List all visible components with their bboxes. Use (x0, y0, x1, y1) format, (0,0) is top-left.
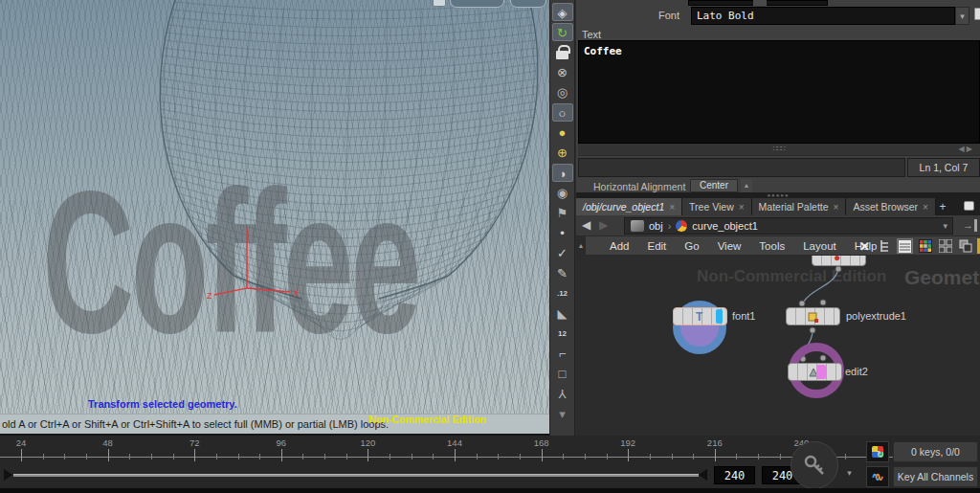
profile-icon[interactable]: ⌐ (552, 345, 573, 363)
menu-edit[interactable]: Edit (642, 240, 671, 252)
point-select-icon[interactable]: ✓ (552, 244, 573, 262)
cursor-position-status: Ln 1, Col 7 (907, 158, 980, 177)
tree-hierarchy-icon[interactable] (877, 238, 893, 254)
minor-tick (43, 454, 44, 459)
key-all-channels-button[interactable]: Key All Channels (893, 466, 978, 487)
text-input-area[interactable]: Coffee (578, 40, 980, 144)
font-chooser-icon[interactable] (974, 8, 980, 20)
back-arrow-icon[interactable]: ◀ (582, 218, 590, 232)
keys-status-button[interactable]: 0 keys, 0/0 channels (893, 441, 978, 462)
close-tab-icon[interactable]: × (669, 202, 675, 213)
scene-viewport[interactable]: Coffee Z X Transform selected geometry. … (0, 0, 549, 436)
prim-numbers-icon[interactable]: 12 (552, 325, 573, 343)
forward-arrow-icon[interactable]: ▶ (599, 218, 608, 232)
node-edit2-label: edit2 (845, 366, 868, 377)
font-input[interactable]: Lato Bold (691, 7, 955, 25)
list-view-icon[interactable] (897, 238, 913, 254)
font-dropdown-button[interactable]: ▾ (955, 7, 969, 25)
grid-view-icon[interactable] (937, 238, 953, 254)
range-end-handle[interactable] (699, 469, 707, 481)
add-tab-button[interactable]: + (936, 198, 949, 215)
menu-tools[interactable]: Tools (754, 240, 790, 252)
group-box-icon[interactable]: □ (552, 365, 573, 383)
viewport-status-message: Transform selected geometry. (88, 398, 237, 410)
headlight-off-icon[interactable]: ⊗ (552, 63, 573, 81)
font1-display-flag[interactable] (716, 309, 723, 324)
transform-handle[interactable]: Z X (0, 0, 549, 436)
key-options-dropdown-icon[interactable]: ▾ (842, 465, 857, 481)
timeline-ruler[interactable]: 24487296120144168192216240 (0, 436, 919, 462)
minor-tick (607, 454, 608, 459)
network-editor[interactable]: Non-Commercial Edition Geometry ● T (576, 256, 980, 436)
set-key-button[interactable] (791, 441, 838, 489)
auto-key-button[interactable]: ↻ (866, 441, 889, 462)
points-icon[interactable]: • (552, 224, 573, 242)
tab-obj-curve-object1[interactable]: /obj/curve_object1 × (576, 198, 682, 215)
refresh-view-icon[interactable]: ↻ (552, 23, 573, 41)
flag-show-icon[interactable]: ⚑ (552, 204, 573, 222)
viewport-top-button-2[interactable] (510, 0, 546, 8)
network-menu-bar: ▲ Add Edit Go View Tools Layout Help ✕ (576, 236, 980, 256)
major-tick (542, 449, 543, 461)
normals-icon[interactable]: Y (552, 385, 573, 403)
expand-panel-icon[interactable]: ▲ (576, 236, 586, 256)
textarea-nav-arrows-icon[interactable]: ◀ ▶ (958, 145, 972, 153)
node-polyextrude1[interactable] (786, 307, 840, 325)
path-node-name[interactable]: curve_object1 (692, 220, 758, 232)
menu-layout[interactable]: Layout (798, 240, 841, 252)
menu-view[interactable]: View (713, 240, 746, 252)
frame-tick-label: 144 (447, 437, 462, 448)
point-numbers-icon[interactable]: .12 (552, 284, 573, 303)
menu-go[interactable]: Go (679, 240, 703, 252)
path-context[interactable]: obj (649, 220, 663, 232)
path-dropdown-icon[interactable]: ▾ (943, 221, 947, 231)
minor-tick (86, 454, 87, 459)
visibility-icon[interactable]: ◉ (552, 184, 573, 202)
node-clipped[interactable]: ● (812, 256, 866, 266)
windows-layout-icon[interactable] (957, 238, 973, 254)
font-node-icon: T (696, 310, 702, 324)
material-ball-icon[interactable]: ◑ (552, 164, 573, 182)
resize-grip-icon[interactable]: ∷∷∷ (773, 144, 785, 155)
node-font1[interactable]: T (673, 307, 727, 325)
alignment-dropdown[interactable]: Center (690, 179, 738, 192)
playbar-row: 240 240 ▾ ↻ ∿∿ 0 keys, 0/0 channels Key … (0, 465, 980, 486)
pane-maximize-icon[interactable] (964, 201, 974, 211)
pin-pane-icon[interactable]: → (963, 219, 977, 232)
more-icon[interactable]: ▾ (552, 405, 573, 423)
major-tick (628, 449, 629, 461)
minor-tick (650, 454, 651, 459)
close-tab-icon[interactable]: × (834, 202, 839, 213)
viewport-top-button-1[interactable] (450, 0, 504, 8)
close-tab-icon[interactable]: × (739, 202, 745, 213)
menu-add[interactable]: Add (605, 240, 634, 252)
minor-tick (259, 454, 260, 459)
close-tab-icon[interactable]: × (923, 202, 928, 213)
tab-tree-view[interactable]: Tree View × (682, 198, 752, 215)
prim-icon[interactable]: ◣ (552, 304, 573, 323)
headlight-icon[interactable]: ○ (552, 103, 573, 122)
clipped-parm-dropdown[interactable] (753, 0, 767, 6)
select-view-icon[interactable]: ◈ (552, 3, 573, 21)
ring-icon[interactable]: ◎ (552, 83, 573, 101)
color-palette-icon[interactable] (917, 238, 933, 254)
motion-fx-button[interactable]: ∿∿ (866, 466, 889, 487)
tab-asset-browser[interactable]: Asset Browser × (846, 198, 936, 215)
light-move-icon[interactable]: ⊕ (552, 144, 573, 162)
tab-material-palette[interactable]: Material Palette × (752, 198, 847, 215)
customize-wrench-icon[interactable]: ✕ (857, 238, 873, 254)
geometry-node-icon (676, 220, 687, 232)
lock-icon[interactable] (552, 43, 573, 61)
point-marker-icon[interactable]: ✎ (552, 264, 573, 282)
text-status-field[interactable] (578, 158, 905, 177)
frame-tick-label: 168 (534, 437, 549, 448)
alignment-spin-button[interactable]: ▲ (741, 179, 752, 192)
current-frame-field[interactable]: 240 (714, 466, 755, 484)
frame-range-slider[interactable] (13, 474, 699, 477)
light-grid-icon[interactable]: ● (552, 123, 573, 142)
minor-tick (64, 454, 65, 459)
playbar: 24487296120144168192216240 240 240 ▾ ↻ ∿… (0, 436, 980, 493)
path-field[interactable]: obj › curve_object1 ▾ (624, 217, 953, 235)
viewport-corner-button[interactable] (433, 0, 446, 7)
range-start-handle[interactable] (4, 469, 12, 481)
